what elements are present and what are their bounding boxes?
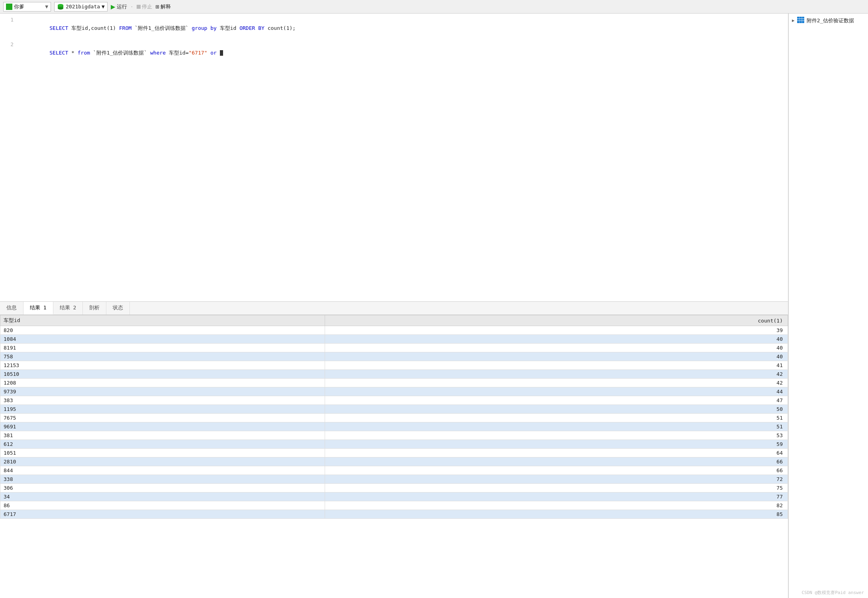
table-cell-15-0: 2810 xyxy=(0,457,325,466)
table-cell-11-0: 9691 xyxy=(0,422,325,431)
table-cell-11-1: 51 xyxy=(325,422,788,431)
table-cell-2-0: 8191 xyxy=(0,344,325,352)
table-cell-14-0: 1051 xyxy=(0,449,325,457)
table-row: 119550 xyxy=(0,405,788,414)
stop-icon xyxy=(137,5,141,9)
table-cell-17-0: 338 xyxy=(0,475,325,484)
db-icon xyxy=(57,3,64,10)
db-select-label: 2021bigdata xyxy=(66,4,100,10)
table-row: 38153 xyxy=(0,431,788,440)
table-row: 84466 xyxy=(0,466,788,475)
code-line-1: 1 SELECT 车型id,count(1) FROM `附件1_估价训练数据`… xyxy=(0,16,788,41)
svg-rect-4 xyxy=(797,17,804,23)
table-row: 281066 xyxy=(0,457,788,466)
table-row: 3477 xyxy=(0,492,788,501)
table-row: 969151 xyxy=(0,422,788,431)
tab-info[interactable]: 信息 xyxy=(0,302,24,315)
tab-profile[interactable]: 剖析 xyxy=(83,302,106,315)
table-row: 819140 xyxy=(0,344,788,352)
table-cell-21-0: 6717 xyxy=(0,510,325,519)
col-header-count: count(1) xyxy=(325,315,788,326)
results-table: 车型id count(1) 82039108440819140758401215… xyxy=(0,315,788,519)
table-row: 8682 xyxy=(0,501,788,510)
table-cell-20-0: 86 xyxy=(0,501,325,510)
table-cell-21-1: 85 xyxy=(325,510,788,519)
table-cell-1-0: 1084 xyxy=(0,335,325,344)
expand-icon: ▶ xyxy=(792,18,795,23)
table-cell-10-1: 51 xyxy=(325,414,788,422)
table-row: 75840 xyxy=(0,352,788,361)
table-cell-8-0: 383 xyxy=(0,396,325,405)
table-cell-3-0: 758 xyxy=(0,352,325,361)
table-cell-10-0: 7675 xyxy=(0,414,325,422)
table-cell-9-1: 50 xyxy=(325,405,788,414)
table-cell-13-1: 59 xyxy=(325,440,788,449)
explain-icon: ⊞ xyxy=(155,4,159,10)
table-cell-9-0: 1195 xyxy=(0,405,325,414)
user-select-label: 你爹 xyxy=(14,3,24,10)
stop-button[interactable]: 停止 xyxy=(137,3,152,10)
tab-result1[interactable]: 结果 1 xyxy=(24,302,53,315)
table-row: 105164 xyxy=(0,449,788,457)
right-sidebar: ▶ 附件2_估价验证数据 xyxy=(788,14,868,598)
table-row: 33872 xyxy=(0,475,788,484)
explain-button[interactable]: ⊞ 解释 xyxy=(155,3,171,10)
table-cell-6-0: 1208 xyxy=(0,379,325,387)
run-button[interactable]: ▶ 运行 xyxy=(111,3,127,10)
table-row: 973944 xyxy=(0,387,788,396)
svg-point-3 xyxy=(58,4,63,6)
user-chevron-icon: ▼ xyxy=(45,4,48,10)
table-row: 767551 xyxy=(0,414,788,422)
table-cell-16-1: 66 xyxy=(325,466,788,475)
tab-result2[interactable]: 结果 2 xyxy=(53,302,83,315)
table-cell-13-0: 612 xyxy=(0,440,325,449)
watermark: CSDN @数模竞赛Paid answer xyxy=(801,590,864,596)
table-cell-19-0: 34 xyxy=(0,492,325,501)
main-area: 1 SELECT 车型id,count(1) FROM `附件1_估价训练数据`… xyxy=(0,14,868,598)
code-line-2: 2 SELECT * from `附件1_估价训练数据` where 车型id=… xyxy=(0,41,788,65)
table-row: 82039 xyxy=(0,326,788,335)
table-cell-19-1: 77 xyxy=(325,492,788,501)
sidebar-item-label: 附件2_估价验证数据 xyxy=(807,17,854,24)
db-chevron-icon: ▼ xyxy=(102,4,105,10)
table-cell-12-1: 53 xyxy=(325,431,788,440)
table-cell-0-1: 39 xyxy=(325,326,788,335)
table-cell-1-1: 40 xyxy=(325,335,788,344)
play-icon: ▶ xyxy=(111,3,116,10)
table-cell-3-1: 40 xyxy=(325,352,788,361)
table-cell-20-1: 82 xyxy=(325,501,788,510)
run-label: 运行 xyxy=(117,3,127,10)
col-header-carid: 车型id xyxy=(0,315,325,326)
table-cell-4-0: 12153 xyxy=(0,361,325,370)
table-cell-18-1: 75 xyxy=(325,484,788,492)
table-row: 30675 xyxy=(0,484,788,492)
line-num-2: 2 xyxy=(2,41,14,49)
code-text-2: SELECT * from `附件1_估价训练数据` where 车型id="6… xyxy=(18,41,223,65)
db-select[interactable]: 2021bigdata ▼ xyxy=(54,2,108,12)
table-row: 38347 xyxy=(0,396,788,405)
editor-pane: 1 SELECT 车型id,count(1) FROM `附件1_估价训练数据`… xyxy=(0,14,788,598)
table-row: 61259 xyxy=(0,440,788,449)
table-cell-14-1: 64 xyxy=(325,449,788,457)
table-cell-5-0: 10510 xyxy=(0,370,325,379)
table-row: 671785 xyxy=(0,510,788,519)
user-icon xyxy=(6,4,12,10)
sidebar-item-attachment2[interactable]: ▶ 附件2_估价验证数据 xyxy=(792,16,865,25)
table-cell-17-1: 72 xyxy=(325,475,788,484)
bottom-tabs: 信息 结果 1 结果 2 剖析 状态 xyxy=(0,301,788,315)
table-cell-16-0: 844 xyxy=(0,466,325,475)
user-select[interactable]: 你爹 ▼ xyxy=(3,2,51,12)
table-cell-5-1: 42 xyxy=(325,370,788,379)
table-cell-4-1: 41 xyxy=(325,361,788,370)
line-num-1: 1 xyxy=(2,16,14,24)
editor-content[interactable]: 1 SELECT 车型id,count(1) FROM `附件1_估价训练数据`… xyxy=(0,14,788,301)
table-cell-6-1: 42 xyxy=(325,379,788,387)
table-row: 1215341 xyxy=(0,361,788,370)
results-area[interactable]: ∧ 车型id count(1) 820391084408191407584012… xyxy=(0,315,788,598)
table-row: 1051042 xyxy=(0,370,788,379)
tab-status[interactable]: 状态 xyxy=(106,302,130,315)
table-row: 120842 xyxy=(0,379,788,387)
table-cell-2-1: 40 xyxy=(325,344,788,352)
code-text-1: SELECT 车型id,count(1) FROM `附件1_估价训练数据` g… xyxy=(18,16,296,41)
table-cell-0-0: 820 xyxy=(0,326,325,335)
